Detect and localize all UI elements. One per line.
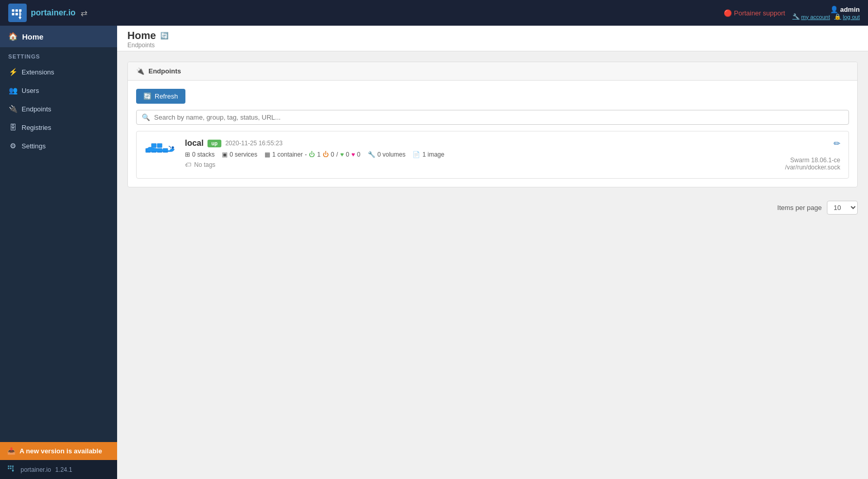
- edit-endpoint-button[interactable]: ✏: [834, 139, 840, 148]
- panel-heading-label: Endpoints: [148, 67, 181, 75]
- home-icon: 🏠: [8, 32, 18, 41]
- content-area: Home 🔄 Endpoints 🔌 Endpoints: [117, 26, 868, 479]
- endpoint-title-row: local up 2020-11-25 16:55:23: [185, 139, 444, 148]
- endpoint-info: local up 2020-11-25 16:55:23 ⊞ 0 stacks: [185, 139, 444, 168]
- docker-logo: [145, 139, 178, 164]
- logout-link[interactable]: 🔒 log out: [834, 13, 860, 20]
- top-bar-left: portainer.io ⇄: [8, 4, 87, 22]
- svg-rect-11: [10, 468, 12, 469]
- sidebar-item-registries[interactable]: 🗄 Registries: [0, 118, 117, 137]
- settings-label: Settings: [22, 142, 46, 150]
- svg-rect-12: [12, 466, 14, 467]
- unhealthy-count: 0: [357, 151, 361, 158]
- running-icon: ⏻: [309, 151, 315, 158]
- stopped-count: 0: [331, 151, 334, 158]
- svg-rect-8: [8, 466, 9, 467]
- version-text: portainer.io: [21, 466, 51, 473]
- endpoint-name[interactable]: local: [185, 139, 203, 148]
- search-input[interactable]: [154, 113, 843, 121]
- pagination-row: Items per page 10 25 50 100: [127, 196, 858, 220]
- unhealthy-icon: ♥: [351, 151, 355, 158]
- endpoint-socket: /var/run/docker.sock: [785, 164, 840, 171]
- endpoint-tags: 🏷 No tags: [185, 161, 444, 168]
- stat-separator: -: [305, 151, 307, 158]
- svg-rect-4: [19, 9, 22, 12]
- sidebar-item-registries-left: 🗄 Registries: [8, 123, 51, 131]
- endpoint-stats: ⊞ 0 stacks ▣ 0 services ▦: [185, 151, 444, 158]
- svg-rect-2: [12, 13, 14, 15]
- admin-avatar-icon: 👤: [830, 6, 838, 13]
- admin-area: 👤 admin 🔧 my account 🔒 log out: [792, 6, 860, 20]
- content-header: Home 🔄 Endpoints: [117, 26, 868, 51]
- refresh-button[interactable]: 🔄 Refresh: [136, 89, 185, 104]
- svg-rect-18: [152, 143, 157, 147]
- logout-icon: 🔒: [834, 13, 841, 20]
- tags-label: No tags: [194, 161, 215, 168]
- refresh-icon: 🔄: [143, 92, 152, 100]
- stacks-count: 0 stacks: [192, 151, 215, 158]
- version-logo-icon: [7, 464, 16, 475]
- registries-label: Registries: [22, 124, 51, 131]
- page-title: Home: [127, 30, 156, 42]
- sidebar-item-users-left: 👥 Users: [8, 86, 39, 94]
- endpoint-status-badge: up: [207, 140, 221, 147]
- stat-images: 📄 1 image: [412, 151, 444, 158]
- extensions-icon: ⚡: [8, 68, 17, 76]
- endpoint-card: local up 2020-11-25 16:55:23 ⊞ 0 stacks: [136, 131, 849, 179]
- endpoints-heading-icon: 🔌: [136, 67, 144, 75]
- admin-links: 🔧 my account 🔒 log out: [792, 13, 860, 20]
- version-number: 1.24.1: [55, 466, 72, 473]
- new-version-banner[interactable]: 📥 A new version is available: [0, 442, 117, 460]
- switch-icon[interactable]: ⇄: [81, 8, 87, 18]
- sidebar-item-extensions-left: ⚡ Extensions: [8, 68, 54, 76]
- version-footer: portainer.io 1.24.1: [0, 460, 117, 479]
- page-title-section: Home 🔄 Endpoints: [127, 30, 168, 51]
- page-title-row: Home 🔄: [127, 30, 168, 42]
- app-container: portainer.io ⇄ 🔴 Portainer support 👤 adm…: [0, 0, 868, 479]
- endpoint-left: local up 2020-11-25 16:55:23 ⊞ 0 stacks: [145, 139, 444, 168]
- support-circle-icon: 🔴: [724, 9, 732, 17]
- healthy-icon: ♥: [340, 151, 344, 158]
- sidebar-settings-section: SETTINGS: [0, 47, 117, 63]
- volumes-count: 0 volumes: [378, 151, 406, 158]
- sidebar-item-home[interactable]: 🏠 Home: [0, 26, 117, 47]
- new-version-label: A new version is available: [20, 447, 102, 455]
- items-per-page-select[interactable]: 10 25 50 100: [827, 201, 858, 215]
- stat-services: ▣ 0 services: [222, 151, 257, 158]
- search-icon: 🔍: [142, 113, 150, 121]
- sidebar-item-extensions[interactable]: ⚡ Extensions: [0, 63, 117, 81]
- volumes-icon: 🔧: [368, 151, 375, 158]
- items-per-page-label: Items per page: [777, 204, 822, 212]
- content-body: 🔌 Endpoints 🔄 Refresh 🔍: [117, 51, 868, 230]
- healthy-count: 0: [346, 151, 349, 158]
- svg-marker-14: [12, 470, 14, 472]
- search-wrapper: 🔍: [136, 110, 849, 125]
- main-area: 🏠 Home SETTINGS ⚡ Extensions 👥 Users: [0, 26, 868, 479]
- top-bar-right: 🔴 Portainer support 👤 admin 🔧 my account…: [724, 6, 860, 20]
- stat-volumes: 🔧 0 volumes: [368, 151, 406, 158]
- stopped-icon: ⏻: [323, 151, 329, 158]
- services-count: 0 services: [230, 151, 257, 158]
- tag-icon: 🏷: [185, 161, 191, 168]
- my-account-link[interactable]: 🔧 my account: [792, 13, 830, 20]
- svg-point-21: [172, 146, 174, 149]
- top-bar: portainer.io ⇄ 🔴 Portainer support 👤 adm…: [0, 0, 868, 26]
- sidebar-item-users[interactable]: 👥 Users: [0, 81, 117, 100]
- running-count: 1: [317, 151, 320, 158]
- logo-area: portainer.io: [8, 4, 76, 22]
- endpoints-label: Endpoints: [22, 105, 51, 113]
- services-icon: ▣: [222, 151, 228, 158]
- refresh-spin-icon[interactable]: 🔄: [160, 32, 168, 40]
- endpoint-right: ✏ Swarm 18.06.1-ce /var/run/docker.sock: [785, 139, 840, 171]
- admin-name-row: 👤 admin: [830, 6, 860, 13]
- download-icon: 📥: [7, 447, 15, 455]
- endpoints-icon: 🔌: [8, 105, 17, 113]
- images-icon: 📄: [412, 151, 420, 158]
- containers-label: 1 container: [272, 151, 303, 158]
- sidebar-item-settings[interactable]: ⚙ Settings: [0, 137, 117, 155]
- sidebar: 🏠 Home SETTINGS ⚡ Extensions 👥 Users: [0, 26, 117, 479]
- admin-label: admin: [840, 6, 860, 13]
- sidebar-item-endpoints[interactable]: 🔌 Endpoints: [0, 100, 117, 118]
- endpoints-panel: 🔌 Endpoints 🔄 Refresh 🔍: [127, 62, 858, 187]
- support-link[interactable]: 🔴 Portainer support: [724, 9, 785, 17]
